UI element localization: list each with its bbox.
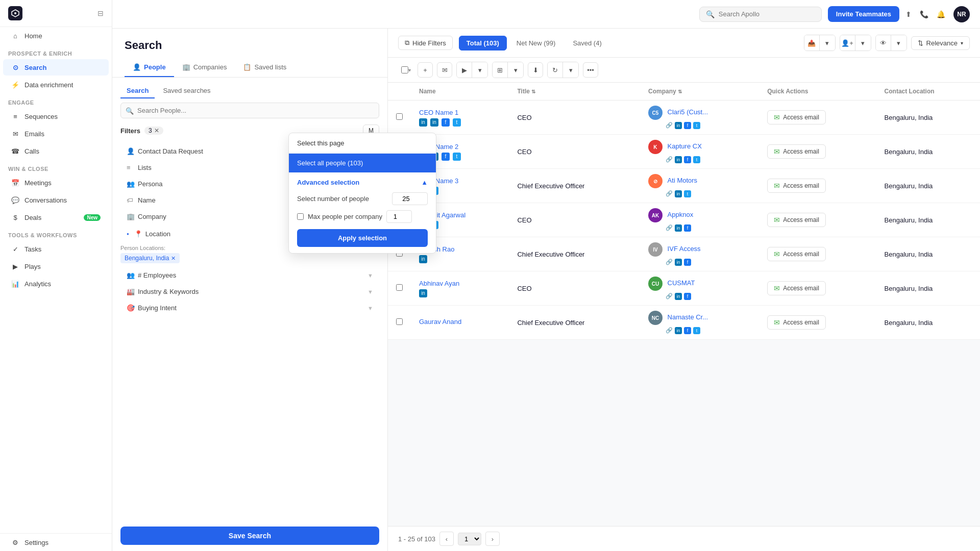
max-per-company-checkbox[interactable] — [297, 213, 304, 220]
select-number-row: Select number of people — [297, 192, 428, 205]
advanced-selection-header[interactable]: Advanced selection ▲ — [297, 179, 428, 186]
select-all-people-btn[interactable]: Select all people (103) — [289, 154, 436, 172]
max-per-company-input[interactable] — [386, 210, 412, 223]
select-number-input[interactable] — [392, 192, 428, 205]
advanced-collapse-icon: ▲ — [421, 179, 428, 186]
max-per-company-row: Max people per company — [297, 210, 428, 223]
dropdown-header: Select this page — [289, 133, 436, 154]
advanced-selection-section: Advanced selection ▲ Select number of pe… — [289, 172, 436, 253]
apply-selection-button[interactable]: Apply selection — [297, 229, 428, 247]
dropdown-overlay[interactable] — [0, 0, 980, 551]
selection-dropdown: Select this page Select all people (103)… — [288, 133, 436, 254]
